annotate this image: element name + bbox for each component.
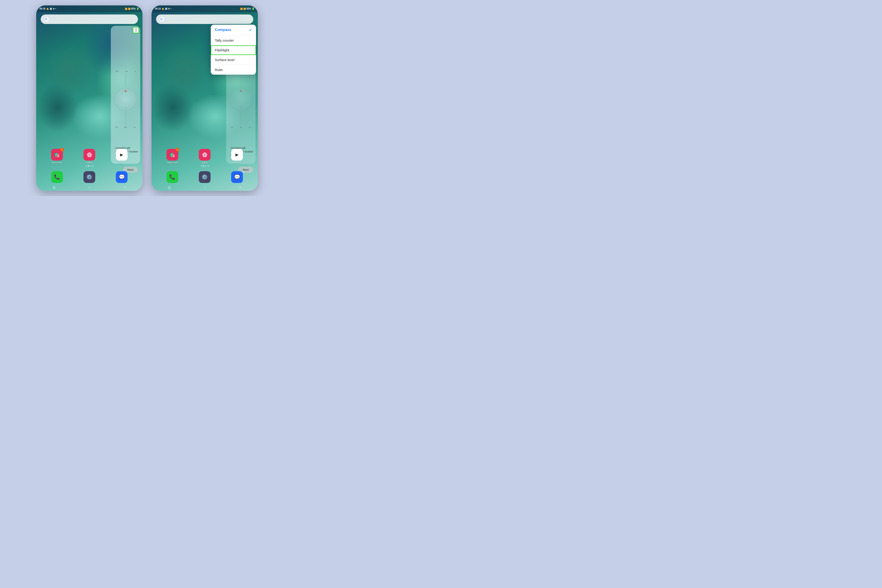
google-logo-left: G xyxy=(44,17,49,22)
search-bar-left[interactable]: G xyxy=(41,15,138,24)
nav-home-right[interactable]: ○ xyxy=(204,186,206,189)
img-icon: 🖼 xyxy=(50,8,52,10)
dock-messages-left[interactable]: 💬 xyxy=(116,171,128,183)
page-dot-r4 xyxy=(208,165,209,166)
dropdown-check-icon: ✓ xyxy=(249,28,252,32)
page-dots-right xyxy=(152,165,258,166)
dock-left: 📞 ⚙️ 💬 xyxy=(41,171,138,183)
dock-settings-left[interactable]: ⚙️ xyxy=(84,171,95,183)
app-gallery-left[interactable]: 🌸 Gallery xyxy=(84,149,95,164)
page-dot-r3 xyxy=(206,165,207,166)
play-label-right: Pla... xyxy=(235,162,240,164)
deg-300: 300 xyxy=(116,70,118,72)
dropdown-item-flashlight[interactable]: Flashlight xyxy=(211,45,256,55)
dropdown-menu: Compass ✓ Tally counter Flashlight Surfa… xyxy=(211,25,256,75)
app-play-right[interactable]: ▶ Pla... xyxy=(231,149,243,164)
signal-icon: 📶 xyxy=(128,8,130,10)
status-left: 09:19 🔔 🖼 ⚙ • xyxy=(40,8,56,10)
svg-text:G: G xyxy=(160,17,163,21)
nav-back-left[interactable]: < xyxy=(124,186,126,189)
search-bar-right[interactable]: G xyxy=(156,15,253,24)
galaxy-store-icon-right: 🛍️ 1 xyxy=(166,149,178,160)
app-gallery-right[interactable]: 🌸 Gallery xyxy=(199,149,210,164)
dropdown-item-surface[interactable]: Surface level xyxy=(211,55,256,65)
compass-south-left: S xyxy=(125,107,126,109)
deg-210-r: 210 xyxy=(249,126,251,128)
battery-icon-right: 🔋 xyxy=(252,8,254,10)
play-icon-left: ▶ xyxy=(116,149,128,160)
notif-icon-r: 🔔 xyxy=(162,8,164,10)
google-logo-right: G xyxy=(159,17,164,22)
app-play-left[interactable]: ▶ Pla... xyxy=(116,149,128,164)
compass-dial-left: N S xyxy=(114,88,137,111)
app-galaxy-store-left[interactable]: 🛍️ 1 Galaxy Store xyxy=(51,149,63,164)
battery-text-left: 65% xyxy=(131,8,136,10)
dot-icon: • xyxy=(56,8,56,10)
nav-recent-right[interactable]: ||| xyxy=(168,186,171,189)
play-icon-right: ▶ xyxy=(231,149,243,160)
status-left-right: 09:19 🔔 🖼 ⚙ • xyxy=(155,8,171,10)
signal-icon-r: 📶 xyxy=(243,8,246,10)
deg-210: 210 xyxy=(133,126,136,128)
page-dot-r1 xyxy=(201,165,202,166)
dropdown-title: Compass xyxy=(215,28,231,32)
wifi-icon-r: 📶 xyxy=(240,8,243,10)
settings-status-icon-r: ⚙ xyxy=(168,8,170,10)
time-right: 09:19 xyxy=(155,8,161,10)
deg-150: 150 xyxy=(115,126,118,128)
page-dots-left xyxy=(36,165,142,166)
compass-north-left: N xyxy=(124,90,127,93)
dock-phone-left[interactable]: 📞 xyxy=(51,171,63,183)
notif-icon: 🔔 xyxy=(46,8,49,10)
gallery-icon-right: 🌸 xyxy=(199,149,210,160)
nav-back-right[interactable]: < xyxy=(239,186,241,189)
nav-recent-left[interactable]: ||| xyxy=(53,186,56,189)
three-dots-button-left[interactable] xyxy=(133,27,139,33)
status-right-left: 📶 📶 65% 🔋 xyxy=(125,8,139,10)
page-dot-2 xyxy=(88,165,89,166)
deg-180-r: 180 xyxy=(240,126,242,128)
three-dots-icon xyxy=(136,28,136,32)
apps-row-right: 🛍️ 1 Galaxy Store 🌸 Gallery ▶ Pla... xyxy=(152,149,258,164)
dock-settings-right[interactable]: ⚙️ xyxy=(199,171,210,183)
dot-3 xyxy=(136,31,136,32)
galaxy-store-badge-left: 1 xyxy=(60,148,64,152)
dock-right: 📞 ⚙️ 💬 xyxy=(156,171,253,183)
compass-south-right: S xyxy=(240,107,242,109)
img-icon-r: 🖼 xyxy=(165,8,167,10)
settings-status-icon: ⚙ xyxy=(53,8,54,10)
dock-phone-right[interactable]: 📞 xyxy=(166,171,178,183)
gallery-label-right: Gallery xyxy=(201,162,208,164)
dot-2 xyxy=(136,30,136,30)
svg-text:G: G xyxy=(45,17,47,21)
compass-dial-right: N S xyxy=(230,88,252,111)
tally-counter-label: Tally counter xyxy=(215,39,234,42)
galaxy-store-badge-right: 1 xyxy=(176,148,179,152)
page-dot-4 xyxy=(92,165,93,166)
app-galaxy-store-right[interactable]: 🛍️ 1 Galaxy Store xyxy=(166,149,178,164)
ruler-label: Ruler xyxy=(215,68,223,72)
dropdown-header: Compass ✓ xyxy=(211,25,256,36)
flashlight-label: Flashlight xyxy=(215,48,230,52)
apps-row-left: 🛍️ 1 Galaxy Store 🌸 Gallery ▶ Pla... xyxy=(36,149,142,164)
dropdown-item-ruler[interactable]: Ruler xyxy=(211,65,256,75)
wifi-icon: 📶 xyxy=(125,8,128,10)
phone-right: 09:19 🔔 🖼 ⚙ • 📶 📶 65% 🔋 G 300 330 0 xyxy=(152,5,258,191)
dock-messages-right[interactable]: 💬 xyxy=(231,171,243,183)
status-right-right: 📶 📶 65% 🔋 xyxy=(240,8,254,10)
dot-icon-r: • xyxy=(171,8,172,10)
galaxy-store-label-right: Galaxy Store xyxy=(166,162,178,164)
battery-icon-left: 🔋 xyxy=(136,8,139,10)
phone-left: 09:19 🔔 🖼 ⚙ • 📶 📶 65% 🔋 G 300 330 0 xyxy=(36,5,142,191)
status-bar-left: 09:19 🔔 🖼 ⚙ • 📶 📶 65% 🔋 xyxy=(36,5,142,12)
play-label-left: Pla... xyxy=(119,162,124,164)
status-bar-right: 09:19 🔔 🖼 ⚙ • 📶 📶 65% 🔋 xyxy=(152,5,258,12)
nav-bar-left: ||| ○ < xyxy=(36,184,142,191)
nav-home-left[interactable]: ○ xyxy=(88,186,90,189)
page-dot-r2 xyxy=(203,165,204,166)
page-dot-3 xyxy=(90,165,91,166)
dropdown-item-tally[interactable]: Tally counter xyxy=(211,36,256,45)
page-dot-1 xyxy=(86,165,87,166)
deg-150-r: 150 xyxy=(231,126,233,128)
deg-0: 0 xyxy=(135,70,136,72)
